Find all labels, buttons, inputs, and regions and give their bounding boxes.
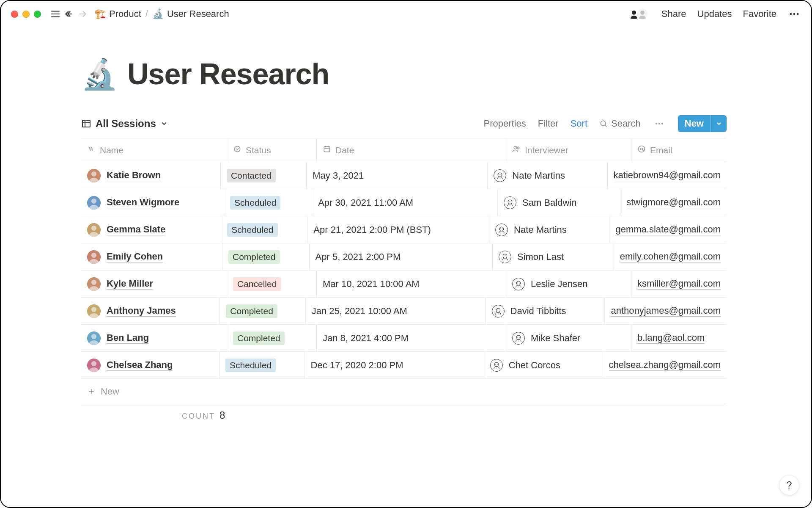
row-title[interactable]: Steven Wigmore <box>107 197 179 208</box>
share-button[interactable]: Share <box>661 8 686 19</box>
presence-avatars[interactable] <box>628 8 649 20</box>
database-table: Name Status Date Interviewer Email <box>81 138 727 426</box>
status-badge[interactable]: Contacted <box>227 169 276 182</box>
svg-point-11 <box>797 13 799 15</box>
table-row[interactable]: Kyle MillerCancelledMar 10, 2021 10:00 A… <box>81 271 727 298</box>
table-row[interactable]: Anthony JamesCompletedJan 25, 2021 10:00… <box>81 298 727 325</box>
properties-button[interactable]: Properties <box>484 118 526 129</box>
close-window-button[interactable] <box>11 11 18 18</box>
status-badge[interactable]: Completed <box>226 304 277 318</box>
interviewer-avatar <box>512 278 525 290</box>
page-title[interactable]: User Research <box>127 57 329 91</box>
date-cell[interactable]: Jan 25, 2021 10:00 AM <box>312 306 407 317</box>
interviewer-name[interactable]: Chet Corcos <box>509 360 560 371</box>
column-header-status[interactable]: Status <box>227 138 316 162</box>
help-button[interactable]: ? <box>779 475 799 495</box>
interviewer-name[interactable]: Nate Martins <box>512 170 565 181</box>
svg-line-16 <box>605 125 607 127</box>
date-cell[interactable]: May 3, 2021 <box>313 170 364 181</box>
email-cell[interactable]: ksmiller@gmail.com <box>637 278 721 290</box>
page-emoji-icon[interactable]: 🔬 <box>81 57 118 91</box>
email-cell[interactable]: emily.cohen@gmail.com <box>620 251 721 262</box>
table-row[interactable]: Gemma SlateScheduledApr 21, 2021 2:00 PM… <box>81 216 727 243</box>
row-title[interactable]: Chelsea Zhang <box>107 359 173 371</box>
view-more-icon[interactable] <box>653 117 666 130</box>
svg-rect-21 <box>324 146 329 152</box>
table-row[interactable]: Ben LangCompletedJan 8, 2021 4:00 PMMike… <box>81 325 727 352</box>
table-row[interactable]: Emily CohenCompletedApr 5, 2021 2:00 PMS… <box>81 243 727 271</box>
row-title[interactable]: Emily Cohen <box>107 251 163 262</box>
status-badge[interactable]: Cancelled <box>233 277 281 291</box>
table-row[interactable]: Katie BrownContactedMay 3, 2021Nate Mart… <box>81 162 727 189</box>
table-row[interactable]: Chelsea ZhangScheduledDec 17, 2020 2:00 … <box>81 352 727 379</box>
email-cell[interactable]: chelsea.zhang@gmail.com <box>609 359 721 371</box>
date-cell[interactable]: Jan 8, 2021 4:00 PM <box>323 333 409 344</box>
email-cell[interactable]: gemma.slate@gmail.com <box>615 224 721 235</box>
breadcrumb-parent[interactable]: 🏗️ Product <box>94 8 141 19</box>
nav-forward-button[interactable] <box>76 7 89 21</box>
filter-button[interactable]: Filter <box>538 118 559 129</box>
status-badge[interactable]: Scheduled <box>230 196 280 210</box>
interviewer-name[interactable]: Mike Shafer <box>531 333 580 344</box>
interviewer-name[interactable]: David Tibbitts <box>510 306 566 317</box>
svg-point-66 <box>494 362 499 367</box>
row-title[interactable]: Kyle Miller <box>107 278 153 290</box>
presence-avatar-2 <box>636 8 649 20</box>
column-header-email[interactable]: Email <box>631 138 727 162</box>
updates-button[interactable]: Updates <box>697 8 732 19</box>
row-title[interactable]: Ben Lang <box>107 332 149 344</box>
minimize-window-button[interactable] <box>22 11 30 18</box>
sidebar-toggle-icon[interactable] <box>49 7 62 21</box>
date-property-icon <box>323 145 331 155</box>
row-title[interactable]: Gemma Slate <box>107 224 165 235</box>
count-label: COUNT <box>182 412 215 421</box>
date-cell[interactable]: Apr 21, 2021 2:00 PM (BST) <box>313 224 431 235</box>
person-property-icon <box>512 145 521 155</box>
interviewer-name[interactable]: Simon Last <box>517 251 564 262</box>
table-row[interactable]: Steven WigmoreScheduledApr 30, 2021 11:0… <box>81 189 727 216</box>
row-avatar <box>87 304 101 318</box>
chevron-down-icon <box>716 120 722 127</box>
svg-point-60 <box>91 334 96 339</box>
interviewer-name[interactable]: Leslie Jensen <box>531 279 588 290</box>
row-title[interactable]: Anthony James <box>107 305 176 317</box>
status-badge[interactable]: Scheduled <box>227 223 277 237</box>
status-badge[interactable]: Completed <box>233 331 285 345</box>
database-viewbar: All Sessions Properties Filter Sort Sear… <box>81 115 727 138</box>
row-title[interactable]: Katie Brown <box>107 170 161 181</box>
email-cell[interactable]: b.lang@aol.com <box>637 332 705 344</box>
email-cell[interactable]: katiebrown94@gmail.com <box>614 170 721 181</box>
column-header-interviewer[interactable]: Interviewer <box>506 138 631 162</box>
new-button-dropdown[interactable] <box>710 115 727 132</box>
date-cell[interactable]: Mar 10, 2021 10:00 AM <box>323 279 420 290</box>
email-cell[interactable]: stwigmore@gmail.com <box>626 197 721 208</box>
breadcrumb-current[interactable]: 🔬 User Research <box>152 8 229 19</box>
svg-point-62 <box>517 337 518 337</box>
column-header-date[interactable]: Date <box>316 138 506 162</box>
status-badge[interactable]: Scheduled <box>225 359 276 372</box>
sort-button[interactable]: Sort <box>571 118 587 129</box>
view-selector[interactable]: All Sessions <box>81 118 168 130</box>
favorite-button[interactable]: Favorite <box>743 8 776 19</box>
topbar: 🏗️ Product / 🔬 User Research Share Updat… <box>1 1 811 27</box>
new-button[interactable]: New <box>678 115 727 132</box>
search-button[interactable]: Search <box>599 118 641 129</box>
date-cell[interactable]: Dec 17, 2020 2:00 PM <box>311 360 403 371</box>
count-value: 8 <box>219 409 225 421</box>
add-row-button[interactable]: New <box>81 379 727 404</box>
date-cell[interactable]: Apr 30, 2021 11:00 AM <box>318 197 413 208</box>
interviewer-avatar <box>490 359 503 372</box>
interviewer-name[interactable]: Sam Baldwin <box>522 197 576 208</box>
nav-back-button[interactable] <box>62 7 76 21</box>
window-controls <box>11 11 41 18</box>
svg-point-10 <box>793 13 796 15</box>
column-header-name[interactable]: Name <box>81 145 227 155</box>
date-cell[interactable]: Apr 5, 2021 2:00 PM <box>315 251 401 262</box>
email-cell[interactable]: anthonyjames@gmail.com <box>611 305 721 317</box>
status-badge[interactable]: Completed <box>228 250 280 264</box>
row-count[interactable]: COUNT 8 <box>182 409 225 421</box>
interviewer-name[interactable]: Nate Martins <box>514 224 567 235</box>
svg-point-61 <box>516 335 521 340</box>
zoom-window-button[interactable] <box>34 11 41 18</box>
page-more-icon[interactable] <box>787 7 801 21</box>
